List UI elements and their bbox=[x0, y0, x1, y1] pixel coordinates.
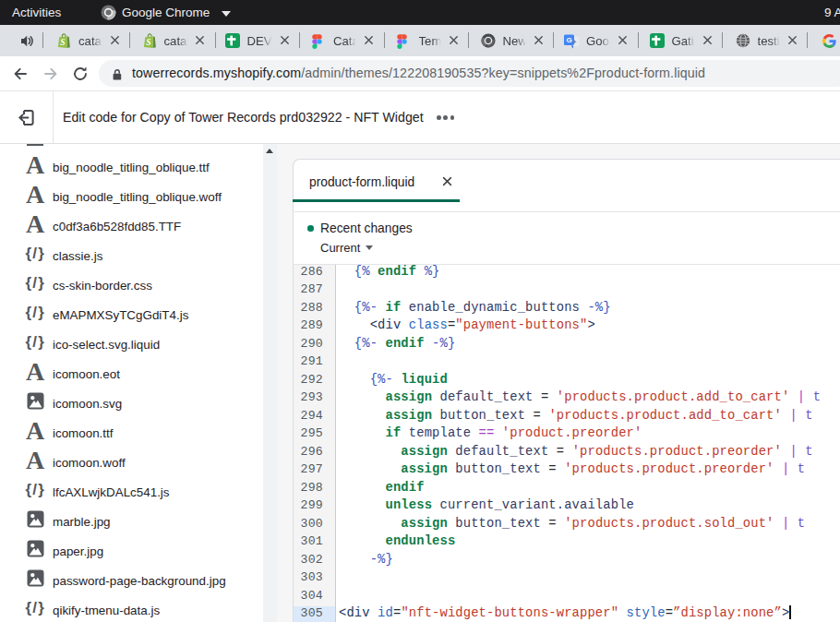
svg-text:G: G bbox=[566, 36, 571, 44]
svg-text:S: S bbox=[146, 38, 150, 47]
svg-text:S: S bbox=[60, 38, 65, 47]
